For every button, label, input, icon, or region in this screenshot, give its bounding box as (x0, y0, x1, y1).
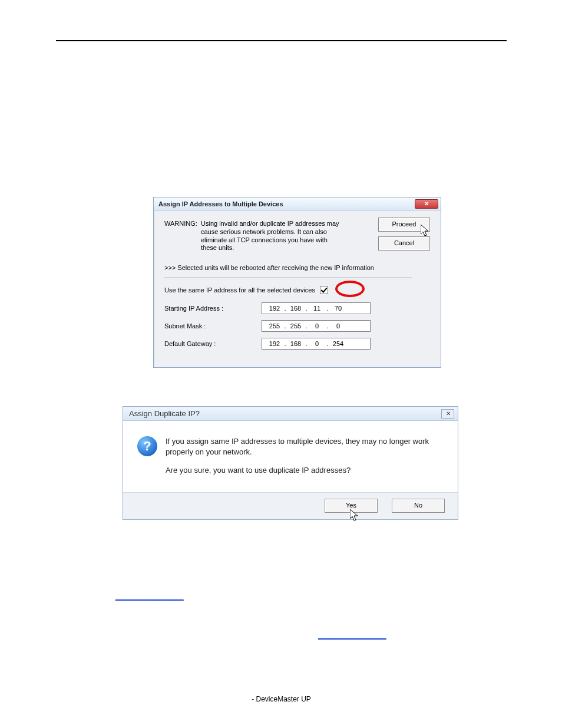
proceed-label: Proceed (392, 220, 416, 228)
dialog2-line1: If you assign same IP addresses to multi… (166, 436, 444, 457)
separator (164, 277, 412, 278)
dialog2-titlebar[interactable]: Assign Duplicate IP? ✕ (123, 407, 458, 421)
question-icon (137, 436, 157, 456)
same-ip-checkbox[interactable] (320, 286, 328, 294)
doc-link-b[interactable]: ________________ (318, 631, 386, 640)
warning-label: WARNING: (164, 220, 201, 252)
duplicate-ip-dialog: Assign Duplicate IP? ✕ If you assign sam… (123, 406, 458, 520)
mask-o2: 255 (287, 322, 305, 330)
starting-ip-label: Starting IP Address : (164, 305, 262, 312)
ip-o3: 11 (308, 305, 326, 312)
page-rule (56, 40, 507, 41)
gateway-input[interactable]: 192. 168. 0. 254 (262, 338, 371, 350)
highlight-ring (335, 281, 365, 297)
gw-o1: 192 (266, 340, 283, 347)
mask-o4: 0 (329, 322, 347, 330)
mask-o3: 0 (308, 322, 326, 330)
dialog1-title: Assign IP Addresses to Multiple Devices (158, 200, 283, 207)
cancel-button[interactable]: Cancel (378, 236, 430, 251)
subnet-label: Subnet Mask : (164, 322, 262, 330)
no-label: No (414, 502, 422, 509)
gw-o2: 168 (287, 340, 305, 347)
gw-o3: 0 (308, 340, 326, 347)
assign-ip-dialog: Assign IP Addresses to Multiple Devices … (153, 197, 441, 368)
gw-o4: 254 (329, 340, 347, 347)
no-button[interactable]: No (392, 499, 445, 513)
ip-o2: 168 (287, 305, 305, 312)
mask-o1: 255 (266, 322, 283, 330)
close-glyph: ✕ (424, 200, 429, 207)
subnet-input[interactable]: 255. 255. 0. 0 (262, 320, 371, 332)
reboot-note: >>> Selected units will be rebooted afte… (164, 264, 430, 271)
yes-label: Yes (346, 502, 356, 509)
ip-o4: 70 (329, 305, 347, 312)
dialog2-line2: Are you sure, you want to use duplicate … (166, 465, 444, 476)
page-footer: - DeviceMaster UP (56, 695, 507, 703)
ip-o1: 192 (266, 305, 283, 312)
close-icon[interactable]: ✕ (415, 199, 438, 209)
doc-link-a[interactable]: ________________ (115, 592, 184, 601)
dialog2-title: Assign Duplicate IP? (129, 409, 200, 418)
warning-text: Using invalid and/or duplicate IP addres… (201, 220, 342, 252)
close-icon[interactable]: ✕ (441, 409, 454, 419)
same-ip-label: Use the same IP address for all the sele… (164, 286, 315, 294)
dialog1-titlebar[interactable]: Assign IP Addresses to Multiple Devices … (154, 197, 441, 210)
gateway-label: Default Gateway : (164, 340, 262, 347)
close-glyph2: ✕ (446, 410, 450, 417)
starting-ip-input[interactable]: 192. 168. 11. 70 (262, 302, 371, 314)
cancel-label: Cancel (394, 239, 414, 246)
